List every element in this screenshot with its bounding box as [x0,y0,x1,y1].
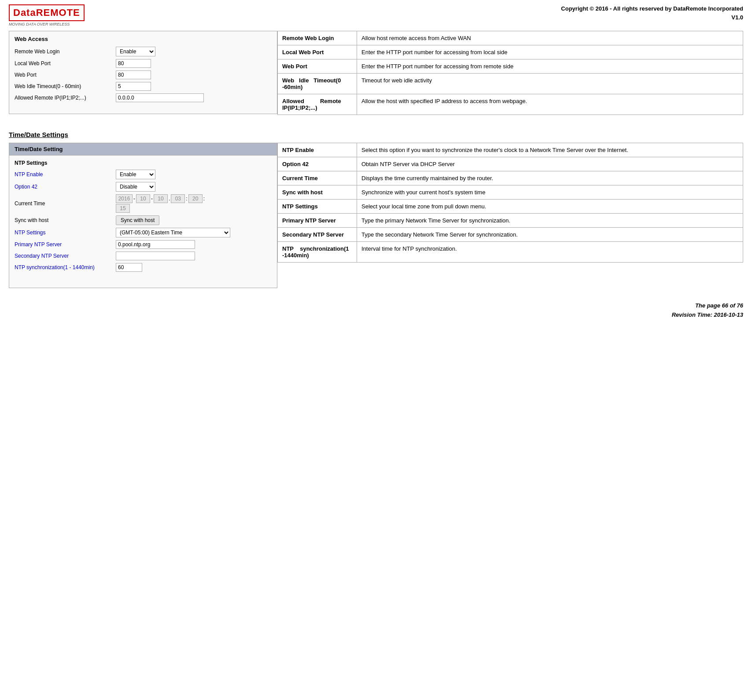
form-row-web-port: Web Port [15,70,272,79]
input-minute[interactable] [188,194,203,203]
time-date-desc-panel: NTP Enable Select this option if you wan… [277,143,743,288]
input-day[interactable] [154,194,168,203]
separator-dot1: . [169,196,170,202]
input-secondary-ntp[interactable] [116,252,195,260]
current-time-inputs: - - . : : [116,194,205,213]
time-date-form-panel: Time/Date Setting NTP Settings NTP Enabl… [9,143,277,288]
input-local-web-port[interactable] [116,59,151,68]
separator-dash2: - [151,196,153,202]
desc-row-web-idle-timeout: Web Idle Timeout(0 -60min) Timeout for w… [278,74,743,94]
field-desc-secondary-ntp: Type the secondary Network Time Server f… [357,228,743,242]
label-local-web-port: Local Web Port [15,60,116,67]
time-row-ntp-settings: NTP Settings (GMT-05:00) Eastern Time [15,228,272,237]
web-access-title: Web Access [15,36,272,42]
input-web-port[interactable] [116,70,151,79]
field-desc-primary-ntp: Type the primary Network Time Server for… [357,214,743,228]
time-date-content: NTP Settings NTP Enable Enable Disable O… [9,156,277,279]
input-month[interactable] [136,194,150,203]
field-desc-current-time: Displays the time currently maintained b… [357,171,743,185]
footer-line1: The page 66 of 76 [9,301,743,311]
field-name-ntp-enable: NTP Enable [278,143,357,157]
field-name-remote-web-login: Remote Web Login [278,31,357,45]
logo-tagline: MOVING DATA OVER WIRELESS [9,22,70,26]
label-allowed-remote-ip: Allowed Remote IP(IP1;IP2;...) [15,95,116,101]
desc-row-allowed-remote-ip: Allowed Remote IP(IP1;IP2;...) Allow the… [278,94,743,115]
copyright-line1: Copyright © 2016 - All rights reserved b… [561,4,743,13]
form-row-web-idle-timeout: Web Idle Timeout(0 - 60min) [15,82,272,91]
label-ntp-settings: NTP Settings [15,230,116,236]
field-desc-web-port: Enter the HTTP port number for accessing… [357,59,743,74]
time-row-secondary-ntp: Secondary NTP Server [15,252,272,260]
input-second[interactable] [116,204,130,213]
desc-row-ntp-enable: NTP Enable Select this option if you wan… [278,143,743,157]
select-ntp-enable[interactable]: Enable Disable [116,170,155,179]
time-input-group-top: - - . : : [116,194,205,203]
time-date-panel-title: Time/Date Setting [9,143,277,156]
field-desc-sync-host: Synchronize with your current host's sys… [357,185,743,200]
input-year[interactable] [116,194,133,203]
time-row-ntp-sync: NTP synchronization(1 - 1440min) [15,263,272,272]
field-desc-ntp-sync: Interval time for NTP synchronization. [357,242,743,263]
desc-row-primary-ntp: Primary NTP Server Type the primary Netw… [278,214,743,228]
field-desc-web-idle-timeout: Timeout for web idle activity [357,74,743,94]
field-name-ntp-sync: NTP synchronization(1 -1440min) [278,242,357,263]
logo-text: DataREMOTE [13,7,80,18]
input-primary-ntp[interactable] [116,240,195,249]
input-web-idle-timeout[interactable] [116,82,151,91]
desc-row-web-port: Web Port Enter the HTTP port number for … [278,59,743,74]
time-date-box: Time/Date Setting NTP Settings NTP Enabl… [9,143,277,288]
desc-row-local-web-port: Local Web Port Enter the HTTP port numbe… [278,45,743,59]
select-ntp-settings[interactable]: (GMT-05:00) Eastern Time [116,228,230,237]
select-remote-web-login[interactable]: Enable Disable [116,47,155,56]
copyright-line2: V1.0 [561,13,743,22]
separator-dash1: - [133,196,135,202]
desc-row-current-time: Current Time Displays the time currently… [278,171,743,185]
label-ntp-sync: NTP synchronization(1 - 1440min) [15,264,116,270]
time-row-primary-ntp: Primary NTP Server [15,240,272,249]
field-name-web-idle-timeout: Web Idle Timeout(0 -60min) [278,74,357,94]
input-ntp-sync[interactable] [116,263,142,272]
logo-area: DataREMOTE MOVING DATA OVER WIRELESS [9,4,85,26]
field-name-primary-ntp: Primary NTP Server [278,214,357,228]
input-hour[interactable] [171,194,185,203]
field-name-allowed-remote-ip: Allowed Remote IP(IP1;IP2;...) [278,94,357,115]
time-row-ntp-enable: NTP Enable Enable Disable [15,170,272,179]
separator-colon1: : [186,196,187,202]
time-date-heading: Time/Date Settings [9,131,743,138]
time-row-sync-host: Sync with host Sync with host [15,215,272,225]
form-row-local-web-port: Local Web Port [15,59,272,68]
desc-row-ntp-settings: NTP Settings Select your local time zone… [278,200,743,214]
time-seconds-row [116,204,205,213]
input-allowed-remote-ip[interactable] [116,93,204,102]
label-primary-ntp: Primary NTP Server [15,241,116,248]
web-access-desc-panel: Remote Web Login Allow host remote acces… [277,31,743,123]
web-access-box: Web Access Remote Web Login Enable Disab… [9,31,277,114]
field-name-sync-host: Sync with host [278,185,357,200]
field-name-web-port: Web Port [278,59,357,74]
select-option-42[interactable]: Disable Enable [116,182,155,192]
time-date-desc-table: NTP Enable Select this option if you wan… [277,143,743,263]
label-current-time: Current Time [15,200,116,207]
desc-row-option-42: Option 42 Obtain NTP Server via DHCP Ser… [278,157,743,171]
page-header: DataREMOTE MOVING DATA OVER WIRELESS Cop… [9,4,743,26]
sync-with-host-button[interactable]: Sync with host [116,215,159,225]
logo-box: DataREMOTE [9,4,85,21]
field-desc-local-web-port: Enter the HTTP port number for accessing… [357,45,743,59]
label-secondary-ntp: Secondary NTP Server [15,253,116,259]
web-access-section: Web Access Remote Web Login Enable Disab… [9,31,743,123]
form-row-allowed-remote-ip: Allowed Remote IP(IP1;IP2;...) [15,93,272,102]
field-desc-ntp-settings: Select your local time zone from pull do… [357,200,743,214]
desc-row-ntp-sync: NTP synchronization(1 -1440min) Interval… [278,242,743,263]
field-desc-ntp-enable: Select this option if you want to synchr… [357,143,743,157]
time-date-section: Time/Date Setting NTP Settings NTP Enabl… [9,143,743,288]
desc-row-remote-web-login: Remote Web Login Allow host remote acces… [278,31,743,45]
label-remote-web-login: Remote Web Login [15,48,116,55]
field-desc-allowed-remote-ip: Allow the host with specified IP address… [357,94,743,115]
desc-row-sync-host: Sync with host Synchronize with your cur… [278,185,743,200]
footer-line2: Revision Time: 2016-10-13 [9,311,743,320]
label-sync-host: Sync with host [15,217,116,223]
label-web-idle-timeout: Web Idle Timeout(0 - 60min) [15,83,116,89]
separator-colon2: : [203,196,205,202]
field-desc-option-42: Obtain NTP Server via DHCP Server [357,157,743,171]
label-web-port: Web Port [15,72,116,78]
